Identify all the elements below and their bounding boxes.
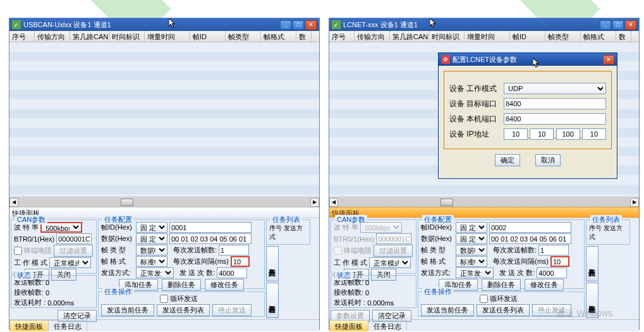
th-delta[interactable]: 增量时间: [145, 31, 190, 42]
th-data[interactable]: 数: [296, 31, 312, 42]
frame-type-select[interactable]: 数据帧: [456, 245, 487, 255]
frame-id-input[interactable]: [489, 222, 571, 233]
task-ops-group: 任务操作 循环发送 发送当前任务发送任务列表停止发送: [418, 292, 585, 317]
cancel-button[interactable]: 取消: [535, 154, 561, 166]
scroll-thumb[interactable]: [121, 199, 133, 206]
table-rows[interactable]: [9, 42, 319, 197]
term-res-checkbox[interactable]: [14, 247, 22, 255]
scroll-left-icon[interactable]: ◀: [9, 198, 18, 207]
workmode-select[interactable]: 正常模式: [369, 257, 411, 268]
th-delta[interactable]: 增量时间: [465, 31, 510, 42]
send-times-input[interactable]: [537, 267, 567, 278]
del-task-button[interactable]: 删除任务: [482, 279, 521, 291]
export-tasks-button[interactable]: 导出任务列表: [586, 283, 598, 318]
ip-octet-1[interactable]: [504, 128, 528, 140]
import-tasks-button[interactable]: 导入任务列表: [586, 246, 598, 281]
th-chan[interactable]: 第几路CAN: [70, 31, 109, 42]
interval-input[interactable]: [550, 256, 569, 267]
th-chan[interactable]: 第几路CAN: [390, 31, 429, 42]
scroll-right-icon[interactable]: ▶: [630, 198, 639, 207]
tab-quick-panel[interactable]: 快捷面板: [329, 320, 368, 331]
th-seq[interactable]: 序号: [9, 31, 35, 42]
horizontal-scrollbar[interactable]: ◀ ▶: [9, 197, 319, 207]
frame-fmt-select[interactable]: 标准帧: [456, 256, 487, 267]
filter-button: 过滤设置: [374, 245, 413, 257]
scroll-left-icon[interactable]: ◀: [329, 198, 338, 207]
data-input[interactable]: [489, 233, 571, 244]
send-mode-select[interactable]: 正常发送: [136, 267, 174, 278]
loop-checkbox[interactable]: [480, 295, 488, 303]
table-header: 序号 传输方向 第几路CAN 时间标识 增量时间 帧ID 帧类型 帧格式 数: [329, 31, 639, 42]
export-tasks-button[interactable]: 导出任务列表: [266, 283, 279, 318]
mod-task-button[interactable]: 修改任务: [205, 279, 244, 291]
workmode-select[interactable]: 正常模式: [49, 257, 91, 268]
stop-send-button[interactable]: 停止发送: [212, 304, 252, 316]
th-dir[interactable]: 传输方向: [355, 31, 390, 42]
data-mode-select[interactable]: 固 定: [456, 233, 487, 244]
status-group: 状态 发送帧数:0 接收帧数:0 发送耗时 :0.000ms: [331, 275, 416, 308]
th-id[interactable]: 帧ID: [510, 31, 545, 42]
filter-button[interactable]: 过滤设置: [54, 245, 93, 257]
ip-octet-4[interactable]: [582, 128, 606, 140]
close-button[interactable]: ×: [305, 20, 317, 30]
close-button[interactable]: ×: [625, 20, 636, 30]
titlebar[interactable]: ↙ USBCAN-Uxlxx 设备1 通道1 _ □ ×: [9, 18, 319, 31]
send-current-button[interactable]: 发送当前任务: [421, 304, 474, 316]
tab-task-log[interactable]: 任务日志: [48, 320, 87, 331]
th-type[interactable]: 帧类型: [545, 31, 581, 42]
task-ops-group: 任务操作 循环发送 发送当前任务发送任务列表停止发送: [98, 292, 265, 317]
send-times-input[interactable]: [217, 267, 247, 278]
close-button[interactable]: ×: [603, 55, 614, 65]
data-input[interactable]: [169, 233, 252, 244]
scroll-right-icon[interactable]: ▶: [310, 198, 319, 207]
th-timestamp[interactable]: 时间标识: [429, 31, 465, 42]
th-timestamp[interactable]: 时间标识: [109, 31, 145, 42]
th-fmt[interactable]: 帧格式: [581, 31, 616, 42]
id-mode-select[interactable]: 固 定: [136, 222, 167, 233]
group-title: 状态: [15, 271, 33, 280]
th-data[interactable]: 数: [616, 31, 631, 42]
group-title: 任务操作: [102, 287, 134, 297]
th-id[interactable]: 帧ID: [190, 31, 226, 42]
mod-task-button[interactable]: 修改任务: [525, 279, 564, 291]
frame-id-input[interactable]: [169, 222, 252, 233]
send-mode-select[interactable]: 正常发送: [456, 267, 494, 278]
stop-send-button[interactable]: 停止发送: [532, 304, 571, 316]
loop-checkbox[interactable]: [160, 295, 168, 303]
device-mode-select[interactable]: UDP: [504, 83, 606, 94]
send-list-button[interactable]: 发送任务列表: [477, 304, 530, 316]
dialog-titlebar[interactable]: ⚙ 配置LCNET设备参数 ×: [439, 53, 617, 66]
frame-fmt-select[interactable]: 标准帧: [136, 256, 167, 267]
per-send-input[interactable]: [538, 245, 569, 255]
tab-quick-panel[interactable]: 快捷面板: [9, 320, 49, 331]
status-group: 状态 发送帧数:0 接收帧数:0 发送耗时 :0.000ms: [11, 275, 97, 308]
send-current-button[interactable]: 发送当前任务: [101, 304, 154, 316]
send-list-button[interactable]: 发送任务列表: [157, 304, 210, 316]
import-tasks-button[interactable]: 导入任务列表: [266, 246, 279, 281]
frame-type-select[interactable]: 数据帧: [136, 245, 167, 255]
horizontal-scrollbar[interactable]: ◀ ▶: [329, 197, 639, 207]
scroll-thumb[interactable]: [440, 199, 453, 206]
id-mode-select[interactable]: 固 定: [456, 222, 487, 233]
ok-button[interactable]: 确定: [495, 154, 520, 166]
minimize-button[interactable]: _: [280, 20, 291, 30]
data-mode-select[interactable]: 固 定: [136, 233, 167, 244]
th-seq[interactable]: 序号: [329, 31, 355, 42]
th-dir[interactable]: 传输方向: [35, 31, 70, 42]
ip-octet-3[interactable]: [556, 128, 580, 140]
maximize-button[interactable]: □: [293, 20, 304, 30]
per-send-input[interactable]: [219, 245, 249, 255]
local-port-input[interactable]: [504, 113, 606, 125]
titlebar[interactable]: ↙ LCNET-xxx 设备1 通道1 _ □ ×: [329, 18, 639, 31]
target-port-input[interactable]: [504, 98, 606, 109]
minimize-button[interactable]: _: [600, 20, 611, 30]
ip-octet-2[interactable]: [530, 128, 554, 140]
window-title: USBCAN-Uxlxx 设备1 通道1: [23, 20, 280, 30]
maximize-button[interactable]: □: [612, 20, 624, 30]
btr-input[interactable]: [56, 233, 92, 244]
th-fmt[interactable]: 帧格式: [261, 31, 296, 42]
interval-input[interactable]: [231, 256, 250, 267]
del-task-button[interactable]: 删除任务: [162, 279, 201, 291]
tab-task-log[interactable]: 任务日志: [368, 320, 407, 331]
th-type[interactable]: 帧类型: [226, 31, 261, 42]
